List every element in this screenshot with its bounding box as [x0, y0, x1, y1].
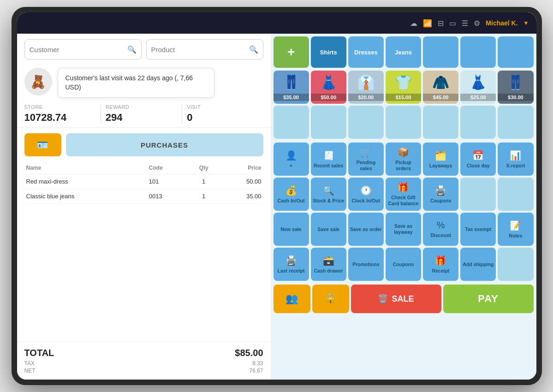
save-as-order-button[interactable]: Save as order: [348, 213, 384, 246]
product-black-price: $30.00: [498, 94, 533, 101]
pickup-orders-button[interactable]: 📦 Pickup orders: [386, 143, 421, 176]
add-shipping-button[interactable]: Add shipping: [460, 248, 496, 281]
product-red-dress[interactable]: 👗 $50.00: [311, 71, 346, 104]
reward-label: REWARD: [106, 104, 177, 110]
product-black[interactable]: 👖 $30.00: [498, 71, 533, 104]
visit-value: 0: [187, 112, 258, 124]
promotions-button[interactable]: Promotions: [348, 248, 384, 281]
menu-icon: ☰: [462, 19, 468, 28]
clock-in-out-button[interactable]: 🕐 Clock In/Out: [348, 178, 384, 211]
table-row[interactable]: Red maxi-dress 101 1 50.00: [24, 174, 263, 189]
pending-sales-label: Pending sales: [350, 160, 382, 171]
category-6[interactable]: [498, 36, 533, 68]
purchases-button[interactable]: PURCHASES: [66, 133, 263, 156]
tax-label: TAX: [24, 360, 35, 367]
coupons-print-label: Coupons: [430, 198, 452, 204]
tablet-frame: ☁ 📶 ⊟ ▭ ☰ ⚙ Michael K. ▼ 🔍: [12, 7, 542, 385]
pending-sales-button[interactable]: 🛒 Pending sales: [348, 143, 384, 176]
col-price-header: Price: [219, 162, 263, 174]
tax-exempt-button[interactable]: Tax exempt: [460, 213, 496, 246]
tax-amount: 8.33: [252, 360, 263, 367]
tax-exempt-label: Tax exempt: [465, 226, 491, 232]
customer-search-box: 🔍: [24, 39, 142, 59]
save-as-layaway-button[interactable]: Save as layaway: [386, 213, 421, 246]
product-yellow-shirt[interactable]: 👕 $15.00: [386, 71, 421, 104]
recent-sales-icon: 🧾: [323, 150, 334, 161]
cash-in-out-button[interactable]: 💰 Cash In/Out: [274, 178, 309, 211]
search-row: 🔍 🔍: [17, 34, 271, 64]
pickup-orders-icon: 📦: [398, 147, 409, 158]
last-receipt-button[interactable]: 🖨️ Last receipt: [274, 248, 309, 281]
product-white[interactable]: 👗 $25.00: [460, 71, 496, 104]
trash-icon: 🗑️: [378, 294, 388, 304]
item-name: Red maxi-dress: [24, 174, 147, 189]
add-customer-button[interactable]: 👤 +: [274, 143, 309, 176]
promotions-label: Promotions: [352, 261, 379, 267]
bottom-actions: 👥 🔒 🗑️ SALE PAY: [271, 283, 536, 316]
right-panel: + Shirts Dresses Jeans 👖 $35.00 👗: [271, 34, 536, 380]
function-grid-4: 🖨️ Last receipt 🗃️ Cash drawer Promotion…: [271, 248, 536, 283]
pay-label: PAY: [478, 293, 499, 305]
save-sale-button[interactable]: Save sale: [311, 213, 346, 246]
recent-sales-button[interactable]: 🧾 Recent sales: [311, 143, 346, 176]
product-jeans-price: $35.00: [274, 94, 309, 101]
main-content: 🔍 🔍 🧸 Customer's last visit was 22 days …: [17, 34, 536, 380]
pending-sales-icon: 🛒: [360, 147, 372, 158]
product-yellow-price: $15.00: [386, 94, 421, 101]
layaways-icon: 🗂️: [435, 150, 446, 161]
card-button[interactable]: 🪪: [24, 133, 61, 156]
wallet-icon: ▭: [449, 19, 456, 28]
cash-drawer-button[interactable]: 🗃️ Cash drawer: [311, 248, 346, 281]
layaways-label: Layaways: [429, 163, 452, 169]
category-5[interactable]: [460, 36, 496, 68]
customers-button[interactable]: 👥: [274, 285, 310, 313]
item-qty: 1: [189, 189, 219, 204]
empty-slot-2: [311, 106, 346, 139]
product-beige[interactable]: 🧥 $45.00: [423, 71, 458, 104]
category-4[interactable]: [423, 36, 458, 68]
category-jeans[interactable]: Jeans: [386, 36, 421, 68]
pickup-orders-label: Pickup orders: [387, 160, 419, 171]
gift-card-button[interactable]: 🎁 Check Gift Card balance: [386, 178, 421, 211]
pay-button[interactable]: PAY: [443, 285, 534, 313]
net-amount: 76.67: [249, 368, 263, 374]
customer-input[interactable]: [30, 46, 127, 53]
add-category-button[interactable]: +: [274, 36, 309, 68]
product-input[interactable]: [151, 46, 249, 53]
product-beige-img: 🧥: [423, 71, 458, 94]
new-sale-button[interactable]: New sale: [274, 213, 309, 246]
stock-price-button[interactable]: 🔍 Stock & Price: [311, 178, 346, 211]
category-dresses[interactable]: Dresses: [348, 36, 384, 68]
receipt-label: Receipt: [432, 268, 450, 274]
last-receipt-label: Last receipt: [278, 268, 305, 274]
function-grid-1: 👤 + 🧾 Recent sales 🛒 Pending sales 📦 Pic…: [271, 143, 536, 178]
user-name[interactable]: Michael K.: [486, 19, 517, 27]
save-as-layaway-label: Save as layaway: [387, 223, 419, 235]
close-day-label: Close day: [467, 163, 490, 169]
cash-drawer-icon: 🗃️: [323, 255, 334, 266]
product-jeans[interactable]: 👖 $35.00: [274, 71, 309, 104]
x-report-button[interactable]: 📊 X-report: [498, 143, 533, 176]
item-code: 0013: [147, 189, 189, 204]
coupons-print-icon: 🖨️: [435, 185, 446, 196]
notes-button[interactable]: 📝 Notes: [498, 213, 533, 246]
empty-func-2: [498, 178, 533, 211]
card-icon: 🪪: [37, 139, 48, 150]
empty-slot-6: [460, 106, 496, 139]
coupons-print-button[interactable]: 🖨️ Coupons: [423, 178, 458, 211]
cash-drawer-label: Cash drawer: [314, 268, 343, 274]
layaways-button[interactable]: 🗂️ Layaways: [423, 143, 458, 176]
category-shirts[interactable]: Shirts: [311, 36, 346, 68]
tooltip-bubble: Customer's last visit was 22 days ago (,…: [58, 68, 214, 98]
product-shirt[interactable]: 👔 $20.00: [348, 71, 384, 104]
table-row[interactable]: Classic blue jeans 0013 1 35.00: [24, 189, 263, 204]
lock-button[interactable]: 🔒: [312, 285, 349, 313]
close-day-button[interactable]: 📅 Close day: [460, 143, 496, 176]
x-report-icon: 📊: [510, 150, 521, 161]
discount-button[interactable]: % Discount: [423, 213, 458, 246]
receipt-button[interactable]: 🎁 Receipt: [423, 248, 458, 281]
notes-icon: 📝: [510, 220, 521, 231]
total-label: TOTAL: [24, 348, 54, 358]
sale-button[interactable]: 🗑️ SALE: [351, 285, 441, 313]
coupons-button[interactable]: Coupons: [386, 248, 421, 281]
